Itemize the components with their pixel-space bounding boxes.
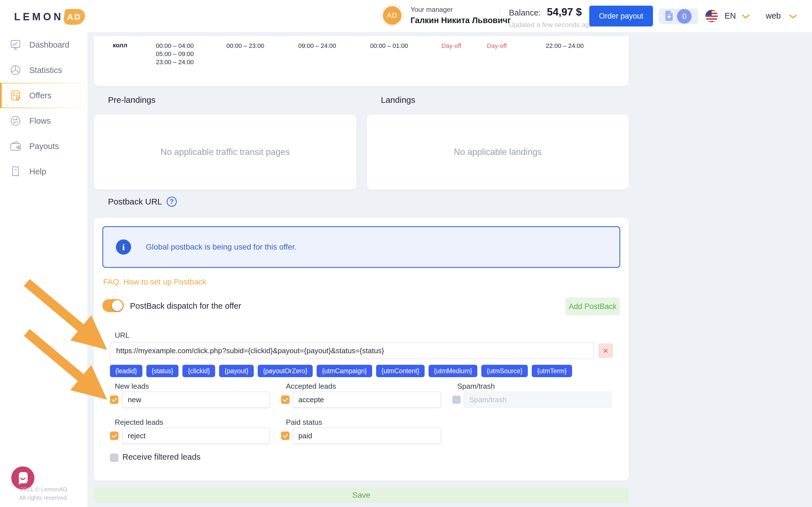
dashboard-icon xyxy=(9,38,22,51)
postback-card: i Global postback is being used for this… xyxy=(94,218,629,481)
accepted-leads-input[interactable] xyxy=(293,392,441,408)
schedule-column: 09:00 – 24:00 xyxy=(281,42,354,50)
macro-tag[interactable]: {utmSource} xyxy=(481,365,528,377)
postback-dispatch-toggle[interactable] xyxy=(102,299,124,312)
info-banner: i Global postback is being used for this… xyxy=(102,226,620,268)
new-leads-input[interactable] xyxy=(122,392,270,408)
sidebar-item-label: Statistics xyxy=(29,66,62,75)
new-leads-checkbox[interactable] xyxy=(110,395,118,404)
sidebar-item-label: Payouts xyxy=(29,142,59,151)
schedule-row-label: колл xyxy=(113,42,128,49)
balance-value: 54,97 $ xyxy=(547,6,581,18)
macro-tag[interactable]: {leadid} xyxy=(110,365,142,377)
language-selector[interactable]: EN xyxy=(725,11,736,20)
macro-tag[interactable]: {status} xyxy=(146,365,179,377)
spam-trash-input[interactable] xyxy=(463,392,612,408)
document-download-icon xyxy=(665,11,673,22)
prelandings-title: Pre-landings xyxy=(108,95,155,105)
postback-dispatch-label: PostBack dispatch for the offer xyxy=(130,301,241,311)
macro-tag[interactable]: {utmContent} xyxy=(376,365,424,377)
balance-block: Balance: 54,97 $ Updated a few seconds a… xyxy=(509,6,593,29)
accepted-leads-checkbox[interactable] xyxy=(281,395,290,404)
balance-label: Balance: xyxy=(509,8,541,17)
payouts-icon xyxy=(9,140,22,153)
sidebar-item-dashboard[interactable]: Dashboard xyxy=(0,32,87,57)
macro-tags: {leadid} {status} {clickid} {payout} {pa… xyxy=(110,365,572,377)
sidebar-item-label: Dashboard xyxy=(29,40,69,50)
spam-trash-checkbox[interactable] xyxy=(452,395,461,404)
manager-name: Галкин Никита Львовичг xyxy=(410,16,511,25)
landings-title: Landings xyxy=(381,95,415,105)
spam-trash-label: Spam/trash xyxy=(457,382,495,391)
info-banner-text: Global postback is being used for this o… xyxy=(146,242,297,251)
header-divider xyxy=(500,8,500,24)
schedule-column-dayoff: Day-off xyxy=(460,42,534,50)
documents-pill[interactable]: 0 xyxy=(659,8,698,24)
sidebar-item-offers[interactable]: Offers xyxy=(0,83,87,108)
sidebar: LEMON AD Dashboard Statistics xyxy=(0,0,87,507)
statistics-icon xyxy=(9,64,22,76)
order-payout-button[interactable]: Order payout xyxy=(589,6,653,26)
postback-title: Postback URL xyxy=(108,197,162,207)
url-label: URL xyxy=(115,331,130,340)
receive-filtered-label: Receive filtered leads xyxy=(122,452,200,462)
help-question-icon[interactable]: ? xyxy=(167,196,177,207)
save-button[interactable]: Save xyxy=(94,487,629,503)
sidebar-item-payouts[interactable]: Payouts xyxy=(0,133,87,159)
logo-text: LEMON xyxy=(14,11,63,23)
macro-tag[interactable]: {payout} xyxy=(219,365,253,377)
rejected-leads-label: Rejected leads xyxy=(115,418,163,427)
faq-postback-link[interactable]: FAQ. How to set up Postback xyxy=(103,277,206,286)
top-bar: AD Your manager Галкин Никита Львовичг B… xyxy=(87,0,812,33)
rejected-leads-input[interactable] xyxy=(122,428,270,444)
schedule-card: колл 00:00 – 04:00 05:00 – 09:00 23:00 –… xyxy=(94,36,629,86)
paid-status-label: Paid status xyxy=(286,418,322,427)
us-flag-icon[interactable] xyxy=(705,10,718,22)
help-icon xyxy=(9,165,22,178)
accepted-leads-label: Accepted leads xyxy=(286,382,336,391)
offers-icon xyxy=(9,89,22,102)
sidebar-item-label: Offers xyxy=(29,91,51,100)
prelandings-card: No applicable traffic transit pages xyxy=(94,115,356,189)
macro-tag[interactable]: {utmTerm} xyxy=(532,365,572,377)
manager-block: Your manager Галкин Никита Львовичг xyxy=(410,6,511,25)
chevron-down-icon[interactable] xyxy=(742,14,750,20)
macro-tag[interactable]: {utmCampaign} xyxy=(317,365,372,377)
flows-icon xyxy=(9,114,22,127)
schedule-column: 22:00 – 24:00 xyxy=(528,42,601,50)
chevron-down-icon[interactable] xyxy=(789,14,797,20)
sidebar-item-flows[interactable]: Flows xyxy=(0,108,87,133)
manager-label: Your manager xyxy=(410,6,511,13)
clear-url-button[interactable]: × xyxy=(598,343,613,358)
macro-tag[interactable]: {clickid} xyxy=(183,365,215,377)
documents-count-badge: 0 xyxy=(677,9,692,24)
copyright: 2021 © LemonAD All rights reserved. xyxy=(0,485,87,502)
lemonad-logo[interactable]: LEMON AD xyxy=(14,9,85,25)
new-leads-label: New leads xyxy=(115,382,149,391)
landings-card: No applicable landings xyxy=(367,115,629,189)
sidebar-item-label: Help xyxy=(29,167,46,176)
balance-updated: Updated a few seconds ago xyxy=(509,21,593,29)
logo-badge: AD xyxy=(63,9,86,25)
app-mode-selector[interactable]: web xyxy=(766,11,781,20)
macro-tag[interactable]: {utmMedium} xyxy=(428,365,477,377)
paid-status-checkbox[interactable] xyxy=(281,432,290,440)
prelandings-empty-text: No applicable traffic transit pages xyxy=(161,147,290,157)
add-postback-button[interactable]: Add PostBack xyxy=(565,297,620,316)
toggle-knob xyxy=(112,300,123,311)
landings-empty-text: No applicable landings xyxy=(454,147,542,157)
macro-tag[interactable]: {payoutOrZero} xyxy=(258,365,313,377)
sidebar-item-statistics[interactable]: Statistics xyxy=(0,57,87,83)
receive-filtered-checkbox[interactable] xyxy=(110,453,118,462)
sidebar-item-help[interactable]: Help xyxy=(0,159,87,184)
paid-status-input[interactable] xyxy=(293,428,441,444)
schedule-column: 00:00 – 23:00 xyxy=(209,42,282,50)
rejected-leads-checkbox[interactable] xyxy=(110,432,118,440)
info-icon: i xyxy=(116,239,131,255)
manager-avatar: AD xyxy=(383,6,402,25)
sidebar-nav: Dashboard Statistics Offers xyxy=(0,32,87,184)
sidebar-item-label: Flows xyxy=(29,116,51,126)
schedule-column: 00:00 – 04:00 05:00 – 09:00 23:00 – 24:0… xyxy=(138,42,211,66)
postback-url-input[interactable] xyxy=(110,342,594,359)
